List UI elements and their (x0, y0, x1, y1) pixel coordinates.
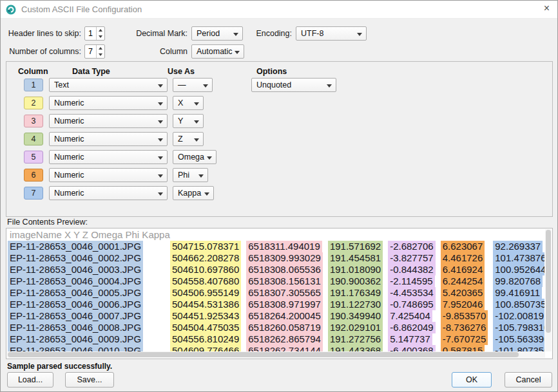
load-button[interactable]: Load... (7, 372, 53, 387)
chevron-down-icon (158, 84, 163, 88)
preview-cell: -2.114595 (388, 275, 434, 287)
close-icon[interactable]: × (544, 3, 550, 14)
scrollbar-thumb[interactable] (546, 230, 551, 333)
use-as-select[interactable]: Omega (173, 150, 216, 164)
use-as-select[interactable]: — (173, 78, 213, 92)
column-badge[interactable]: 6 (24, 169, 43, 182)
preview-cell: 504556.810249 (170, 333, 241, 345)
chevron-down-icon (194, 102, 199, 106)
spin-up-icon[interactable] (97, 45, 104, 51)
preview-cell: 6518311.494019 (246, 241, 322, 252)
spin-down-icon[interactable] (97, 51, 104, 58)
spinner-buttons (96, 27, 104, 40)
use-as-select-value: X (178, 98, 183, 107)
file-contents-preview[interactable]: imageName X Y Z Omega Phi Kappa EP-11-28… (6, 228, 553, 359)
preview-cell: -6.400368 (388, 345, 436, 351)
data-type-select-value: Numeric (54, 117, 84, 126)
save-button[interactable]: Save... (65, 372, 114, 387)
preview-cell: EP-11-28653_0046_0004.JPG (8, 275, 143, 287)
chevron-down-icon (194, 120, 199, 124)
spin-up-icon[interactable] (97, 27, 104, 33)
status-text: Sample parsed successfully. (7, 362, 112, 371)
use-as-select[interactable]: Phi (173, 168, 208, 182)
chevron-down-icon (233, 33, 238, 36)
encoding-label: Encoding: (256, 26, 292, 41)
use-as-select[interactable]: Z (173, 132, 204, 146)
decimal-mark-label: Decimal Mark: (128, 26, 188, 41)
num-columns-spinner[interactable]: 7 (84, 44, 105, 59)
data-type-select-value: Numeric (54, 98, 84, 107)
preview-cell: EP-11-28653_0046_0010.JPG (8, 345, 143, 351)
preview-row: EP-11-28653_0046_0008.JPG504504.47503565… (8, 322, 544, 333)
header-lines-spinner[interactable]: 1 (84, 26, 105, 41)
vertical-scrollbar[interactable] (545, 229, 552, 351)
use-as-select-value: — (178, 80, 186, 89)
encoding-select[interactable]: UTF-8 (296, 26, 367, 41)
column-badge[interactable]: 4 (24, 133, 43, 145)
preview-cell: 191.571692 (328, 241, 383, 252)
use-as-select[interactable]: X (173, 96, 204, 110)
num-columns-value: 7 (85, 45, 96, 58)
chevron-down-icon (198, 174, 204, 178)
preview-cell: -3.827757 (388, 252, 436, 264)
column-badge[interactable]: 1 (24, 79, 43, 91)
chevron-down-icon (207, 156, 212, 160)
window-title: Custom ASCII File Configuration (21, 5, 142, 14)
data-type-select[interactable]: Numeric (49, 150, 168, 164)
preview-row: EP-11-28653_0046_0004.JPG504558.40768065… (8, 275, 544, 287)
use-as-select-value: Phi (178, 171, 189, 180)
preview-cell: -105.798310 (493, 322, 544, 333)
preview-row: EP-11-28653_0046_0003.JPG504610.69786065… (8, 264, 544, 275)
column-badge[interactable]: 7 (24, 187, 43, 200)
preview-cell: EP-11-28653_0046_0005.JPG (8, 287, 143, 299)
preview-cell: 504506.955149 (170, 287, 241, 299)
use-as-select[interactable]: Y (173, 114, 204, 128)
preview-cell: 504715.078371 (170, 241, 241, 252)
preview-cell: 6.416924 (441, 264, 485, 275)
preview-cell: -8.736276 (441, 322, 488, 333)
preview-cell: EP-11-28653_0046_0002.JPG (8, 252, 143, 264)
data-type-select[interactable]: Numeric (49, 132, 168, 146)
preview-cell: EP-11-28653_0046_0003.JPG (8, 264, 143, 275)
data-type-select[interactable]: Numeric (49, 114, 168, 128)
options-select[interactable]: Unquoted (251, 78, 336, 92)
ok-button[interactable]: OK (452, 372, 492, 387)
cancel-button[interactable]: Cancel (505, 372, 552, 387)
use-as-select-value: Omega (178, 153, 204, 162)
decimal-mark-select[interactable]: Period (191, 26, 243, 41)
preview-cell: 191.018090 (328, 264, 383, 275)
preview-table: EP-11-28653_0046_0001.JPG504715.07837165… (8, 241, 544, 351)
preview-cell: 6518264.200045 (246, 310, 323, 322)
preview-cell: 6518309.993029 (246, 252, 323, 264)
preview-cell: 6518262.734144 (246, 345, 323, 351)
column-separator-select[interactable]: Automatic (191, 44, 244, 59)
preview-cell: 191.454581 (328, 252, 383, 264)
use-as-select[interactable]: Kappa (173, 186, 214, 200)
preview-cell: 6518307.305565 (246, 287, 323, 299)
preview-cell: 192.029101 (328, 322, 383, 333)
horizontal-scrollbar[interactable] (7, 351, 545, 358)
column-config-rows: 1Text—Unquoted2NumericX3NumericY4Numeric… (6, 62, 552, 216)
column-badge[interactable]: 2 (24, 97, 43, 109)
title-bar[interactable]: Custom ASCII File Configuration × (1, 1, 557, 19)
column-badge[interactable]: 5 (24, 151, 43, 163)
column-badge[interactable]: 3 (24, 115, 43, 127)
data-type-select[interactable]: Text (49, 78, 168, 92)
data-type-select[interactable]: Numeric (49, 96, 168, 110)
data-type-select-value: Numeric (54, 135, 84, 144)
preview-cell: EP-11-28653_0046_0007.JPG (8, 310, 143, 322)
data-type-select[interactable]: Numeric (49, 168, 168, 182)
data-type-select[interactable]: Numeric (49, 186, 168, 200)
preview-cell: 100.952644 (493, 264, 544, 275)
chevron-down-icon (194, 138, 199, 142)
preview-cell: 100.850735 (493, 299, 544, 310)
data-type-select-value: Numeric (54, 153, 84, 162)
preview-cell: 99.416911 (493, 287, 542, 299)
spin-down-icon[interactable] (97, 33, 104, 40)
preview-row: EP-11-28653_0046_0001.JPG504715.07837165… (8, 241, 544, 252)
scrollbar-thumb[interactable] (8, 352, 519, 357)
use-as-select-value: Kappa (178, 189, 201, 198)
preview-cell: 99.820768 (493, 275, 543, 287)
preview-cell: 504662.208278 (170, 252, 241, 264)
preview-row: EP-11-28653_0046_0010.JPG504609.77646665… (8, 345, 544, 351)
